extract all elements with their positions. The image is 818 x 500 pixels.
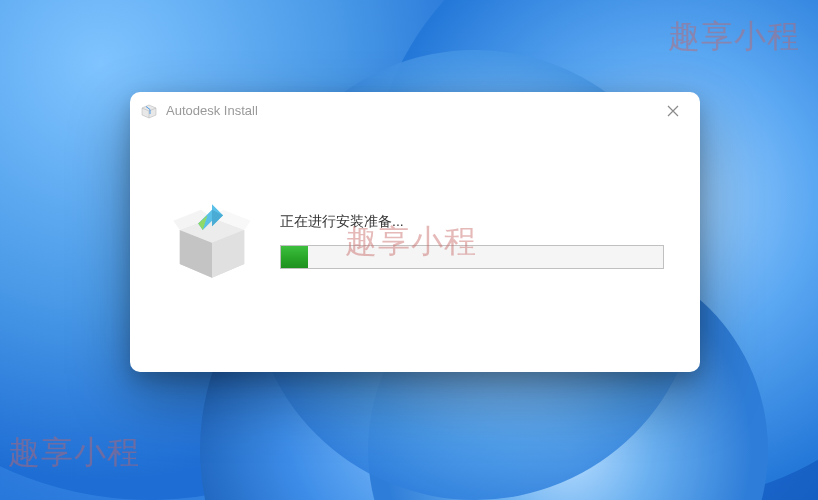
titlebar: Autodesk Install	[130, 92, 700, 130]
package-box-icon	[166, 195, 258, 287]
progress-bar	[280, 245, 664, 269]
installer-dialog: Autodesk Install 正在进行安装准备...	[130, 92, 700, 372]
installer-icon	[140, 102, 158, 120]
progress-area: 正在进行安装准备...	[280, 213, 664, 269]
progress-fill	[281, 246, 308, 268]
window-title: Autodesk Install	[166, 103, 658, 118]
close-button[interactable]	[658, 96, 688, 126]
dialog-content: 正在进行安装准备...	[130, 130, 700, 372]
status-text: 正在进行安装准备...	[280, 213, 664, 231]
close-icon	[667, 105, 679, 117]
